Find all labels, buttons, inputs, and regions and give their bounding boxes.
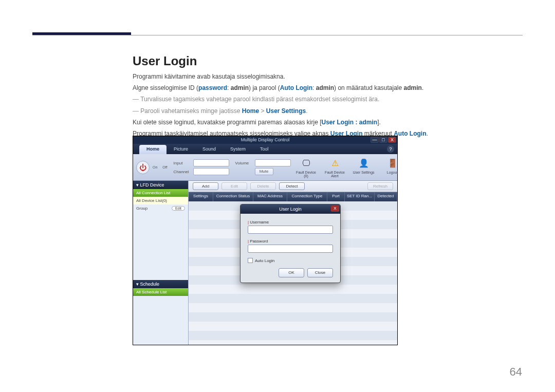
- username-input[interactable]: [248, 226, 333, 234]
- col-settings[interactable]: Settings: [189, 192, 213, 201]
- maximize-button[interactable]: □: [379, 137, 387, 143]
- label-on: On: [153, 165, 157, 169]
- window-title: Multiple Display Control: [241, 137, 290, 142]
- label-volume: Volume: [235, 161, 253, 165]
- action-bar: Add Edit Delete Detect Refresh: [189, 181, 397, 192]
- input-select[interactable]: [193, 159, 229, 166]
- horizontal-rule: [32, 35, 523, 35]
- volume-select[interactable]: [255, 159, 291, 166]
- group-edit-button[interactable]: Edit: [172, 206, 185, 211]
- tab-system[interactable]: System: [223, 145, 253, 154]
- autologin-row[interactable]: Auto Login: [248, 258, 333, 263]
- minimize-button[interactable]: —: [371, 137, 379, 143]
- para-5: Kui olete sisse loginud, kuvatakse progr…: [133, 118, 509, 127]
- col-port[interactable]: Port: [327, 192, 345, 201]
- mute-button[interactable]: Mute: [255, 168, 273, 175]
- sidebar-item-all-device[interactable]: All Device List(0): [133, 197, 188, 204]
- alert-icon: ⚠: [329, 157, 341, 170]
- label-input: Input: [174, 161, 191, 165]
- dialog-title: User Login X: [240, 204, 340, 214]
- label-channel: Channel: [174, 170, 191, 174]
- add-button[interactable]: Add: [193, 182, 218, 190]
- column-headers: Settings Connection Status MAC Address C…: [189, 192, 397, 201]
- label-group: Group: [136, 206, 147, 211]
- dialog-close-button-2[interactable]: Close: [307, 268, 333, 277]
- sidebar-header-schedule[interactable]: ▾ Schedule: [133, 280, 188, 288]
- body-text: Programmi käivitamine avab kasutaja siss…: [133, 72, 509, 140]
- help-button[interactable]: ?: [387, 145, 394, 153]
- password-input[interactable]: [248, 245, 333, 253]
- channel-select[interactable]: [193, 168, 229, 175]
- label-username: Username: [250, 220, 269, 225]
- label-autologin: Auto Login: [255, 258, 274, 263]
- sidebar-item-all-schedule[interactable]: All Schedule List: [133, 288, 188, 296]
- page-heading: User Login: [133, 54, 197, 68]
- sidebar-item-all-connection[interactable]: All Connection List: [133, 189, 188, 197]
- ok-button[interactable]: OK: [279, 268, 304, 277]
- col-mac[interactable]: MAC Address: [253, 192, 287, 201]
- delete-button[interactable]: Delete: [250, 182, 276, 190]
- logout-button[interactable]: 🚪Logout: [380, 157, 405, 178]
- app-screenshot: Multiple Display Control — □ X Home Pict…: [133, 136, 398, 345]
- dialog-close-button[interactable]: X: [331, 206, 339, 212]
- label-password: Password: [250, 239, 268, 244]
- fault-device-button[interactable]: 🖵Fault Device (0): [294, 157, 319, 178]
- main-panel: Add Edit Delete Detect Refresh Settings …: [189, 181, 397, 345]
- tab-home[interactable]: Home: [139, 145, 166, 154]
- user-icon: 👤: [358, 157, 370, 170]
- fault-device-icon: 🖵: [300, 157, 312, 170]
- col-connection-type[interactable]: Connection Type: [287, 192, 327, 201]
- autologin-checkbox[interactable]: [248, 258, 253, 263]
- login-dialog: User Login X | Username | Password Auto …: [240, 204, 341, 283]
- window-titlebar: Multiple Display Control — □ X: [133, 136, 397, 144]
- close-button[interactable]: X: [388, 137, 396, 143]
- page-number: 64: [510, 365, 522, 379]
- col-setid[interactable]: SET ID Ran...: [345, 192, 375, 201]
- note-1: Turvalisuse tagamiseks vahetage parool k…: [133, 95, 509, 104]
- sidebar-row-group: Group Edit: [133, 204, 188, 212]
- main-tabs: Home Picture Sound System Tool ?: [133, 144, 397, 154]
- sidebar-header-lfd[interactable]: ▾ LFD Device: [133, 181, 188, 189]
- edit-button[interactable]: Edit: [221, 182, 247, 190]
- logout-icon: 🚪: [386, 157, 399, 170]
- tab-sound[interactable]: Sound: [195, 145, 223, 154]
- ribbon: ⏻ On Off Input Channel Volume Mute: [133, 154, 397, 181]
- para-2: Algne sisselogimise ID (password: admin)…: [133, 83, 509, 93]
- user-settings-button[interactable]: 👤User Settings: [351, 157, 376, 178]
- sidebar: ▾ LFD Device All Connection List All Dev…: [133, 181, 189, 345]
- refresh-button[interactable]: Refresh: [367, 182, 393, 190]
- para-1: Programmi käivitamine avab kasutaja siss…: [133, 72, 509, 82]
- tab-picture[interactable]: Picture: [166, 145, 195, 154]
- detect-button[interactable]: Detect: [279, 182, 305, 190]
- power-button[interactable]: ⏻: [136, 161, 150, 174]
- tab-tool[interactable]: Tool: [253, 145, 276, 154]
- fault-alert-button[interactable]: ⚠Fault Device Alert: [323, 157, 347, 178]
- col-connection-status[interactable]: Connection Status: [213, 192, 253, 201]
- col-detected[interactable]: Detected: [375, 192, 397, 201]
- label-off: Off: [162, 165, 167, 169]
- power-icon: ⏻: [139, 163, 146, 172]
- note-2: Parooli vahetamiseks minge jaotisse Home…: [133, 106, 509, 116]
